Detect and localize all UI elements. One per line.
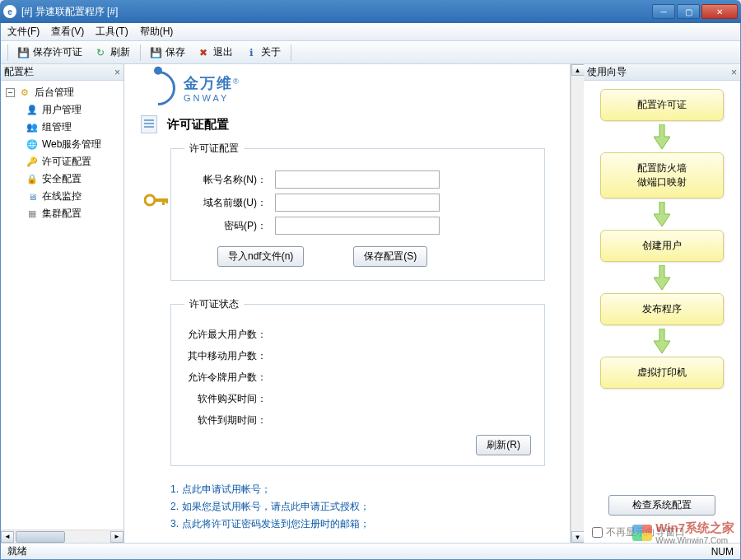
wizard-step-0[interactable]: 配置许可证 — [600, 89, 724, 121]
account-input[interactable] — [275, 170, 440, 189]
toolbar: 💾 保存许可证 ↻ 刷新 💾 保存 ✖ 退出 ℹ 关于 — [1, 41, 740, 64]
refresh-status-button[interactable]: 刷新(R) — [476, 435, 531, 455]
brand-cn: 金万维 — [184, 75, 233, 91]
wizard-close-icon[interactable]: × — [731, 67, 737, 78]
tree-item-2[interactable]: 🌐Web服务管理 — [2, 136, 122, 153]
hide-wizard-checkbox[interactable] — [592, 527, 603, 538]
exit-icon: ✖ — [197, 46, 210, 59]
sidebar-title: 配置栏 — [4, 65, 34, 79]
floppy-icon: 💾 — [149, 46, 162, 59]
max-users-label: 允许最大用户数： — [184, 328, 267, 342]
brand-reg: ® — [233, 77, 239, 86]
menu-file[interactable]: 文件(F) — [7, 25, 40, 39]
scroll-right-icon[interactable]: ► — [110, 531, 124, 543]
wizard-panel: 使用向导 × 配置许可证配置防火墙做端口映射创建用户发布程序虚拟打印机 检查系统… — [584, 64, 740, 543]
help-link-anchor-1[interactable]: 如果您是试用帐号，请点此申请正式授权； — [182, 501, 370, 512]
help-link-anchor-2[interactable]: 点此将许可证密码发送到您注册时的邮箱； — [182, 518, 370, 530]
wizard-step-1[interactable]: 配置防火墙做端口映射 — [600, 152, 724, 198]
toolbar-refresh-label: 刷新 — [110, 45, 130, 59]
menu-tools[interactable]: 工具(T) — [96, 25, 128, 39]
password-label: 密码(P)： — [184, 219, 267, 233]
scroll-down-icon[interactable]: ▼ — [571, 531, 585, 543]
window-title: [#] 异速联配置程序 [#] — [21, 5, 650, 19]
wizard-step-4[interactable]: 虚拟打印机 — [600, 357, 724, 389]
expire-time-label: 软件到期时间： — [184, 413, 267, 427]
expire-time-value — [275, 412, 440, 428]
maximize-button[interactable]: ▢ — [677, 4, 700, 19]
menu-bar: 文件(F) 查看(V) 工具(T) 帮助(H) — [1, 23, 740, 41]
tree-item-1[interactable]: 👥组管理 — [2, 119, 122, 136]
tree-item-icon: 👤 — [26, 104, 39, 117]
menu-help[interactable]: 帮助(H) — [140, 25, 174, 39]
tree-item-icon: 🖥 — [26, 190, 39, 203]
tree-item-label: 在线监控 — [42, 189, 82, 203]
tree-item-3[interactable]: 🔑许可证配置 — [2, 153, 122, 170]
wizard-step-2[interactable]: 创建用户 — [600, 230, 724, 262]
wizard-title: 使用向导 — [587, 65, 627, 79]
domain-input[interactable] — [275, 194, 440, 212]
help-link-1: 2.如果您是试用帐号，请点此申请正式授权； — [170, 500, 545, 514]
toolbar-exit[interactable]: ✖ 退出 — [192, 44, 238, 61]
check-system-button[interactable]: 检查系统配置 — [608, 495, 715, 516]
account-label: 帐号名称(N)： — [184, 173, 267, 187]
menu-view[interactable]: 查看(V) — [51, 25, 84, 39]
tree-root[interactable]: – ⚙ 后台管理 — [2, 84, 122, 101]
sidebar-close-icon[interactable]: × — [114, 67, 120, 78]
toolbar-save-license-label: 保存许可证 — [33, 45, 82, 59]
tree-item-5[interactable]: 🖥在线监控 — [2, 188, 122, 205]
tree-item-label: 安全配置 — [42, 172, 82, 186]
svg-rect-1 — [154, 198, 167, 202]
token-users-label: 允许令牌用户数： — [184, 371, 267, 385]
status-group-legend: 许可证状态 — [184, 297, 244, 311]
scroll-left-icon[interactable]: ◄ — [1, 531, 14, 543]
floppy-icon: 💾 — [16, 46, 30, 59]
toolbar-exit-label: 退出 — [213, 45, 233, 59]
center-v-scrollbar[interactable]: ▲ ▼ — [571, 64, 584, 543]
tree-item-icon: 🌐 — [26, 138, 39, 152]
config-group-legend: 许可证配置 — [184, 142, 244, 156]
help-links: 1.点此申请试用帐号；2.如果您是试用帐号，请点此申请正式授权；3.点此将许可证… — [124, 474, 570, 539]
buy-time-value — [275, 390, 440, 407]
minimize-button[interactable]: ─ — [652, 4, 675, 19]
key-icon — [144, 193, 169, 208]
import-ndf-button[interactable]: 导入ndf文件(n) — [217, 246, 304, 267]
help-link-0: 1.点此申请试用帐号； — [170, 483, 545, 497]
tree-item-label: 组管理 — [42, 120, 72, 134]
brand-header: 金万维® GNWAY — [124, 64, 570, 112]
collapse-icon[interactable]: – — [6, 88, 15, 97]
mobile-users-label: 其中移动用户数： — [184, 349, 267, 363]
tree-item-4[interactable]: 🔒安全配置 — [2, 170, 122, 188]
tree-item-6[interactable]: ▦集群配置 — [2, 205, 122, 222]
max-users-value — [275, 326, 440, 343]
scroll-thumb[interactable] — [16, 531, 65, 543]
help-link-anchor-0[interactable]: 点此申请试用帐号； — [182, 483, 271, 495]
tree-item-0[interactable]: 👤用户管理 — [2, 101, 122, 119]
tree-item-label: Web服务管理 — [42, 138, 101, 152]
main-content: 金万维® GNWAY 许可证配置 许可证配置 帐号名称(N)： 域名前缀(U)： — [124, 64, 571, 543]
gnway-logo-icon — [133, 64, 182, 113]
toolbar-save[interactable]: 💾 保存 — [144, 44, 190, 61]
document-icon — [141, 115, 157, 133]
wizard-step-3[interactable]: 发布程序 — [600, 293, 724, 325]
save-config-button[interactable]: 保存配置(S) — [353, 246, 427, 267]
config-tree: – ⚙ 后台管理 👤用户管理👥组管理🌐Web服务管理🔑许可证配置🔒安全配置🖥在线… — [1, 81, 124, 530]
toolbar-refresh[interactable]: ↻ 刷新 — [89, 44, 135, 61]
scroll-up-icon[interactable]: ▲ — [571, 64, 585, 76]
tree-item-label: 用户管理 — [42, 103, 82, 117]
password-input[interactable] — [275, 217, 440, 235]
status-text: 就绪 — [7, 544, 27, 558]
refresh-icon: ↻ — [94, 46, 107, 59]
tree-item-label: 集群配置 — [42, 207, 82, 221]
sidebar-h-scrollbar[interactable]: ◄ ► — [1, 530, 124, 543]
buy-time-label: 软件购买时间： — [184, 392, 267, 406]
gear-icon: ⚙ — [18, 86, 31, 100]
page-title: 许可证配置 — [167, 117, 229, 133]
status-bar: 就绪 NUM — [1, 543, 740, 559]
toolbar-about[interactable]: ℹ 关于 — [240, 44, 286, 61]
toolbar-save-license[interactable]: 💾 保存许可证 — [12, 44, 87, 61]
status-num: NUM — [711, 546, 734, 558]
close-button[interactable]: ✕ — [701, 4, 738, 19]
domain-label: 域名前缀(U)： — [184, 196, 267, 210]
svg-rect-2 — [162, 198, 165, 205]
title-bar: e [#] 异速联配置程序 [#] ─ ▢ ✕ — [0, 0, 741, 23]
